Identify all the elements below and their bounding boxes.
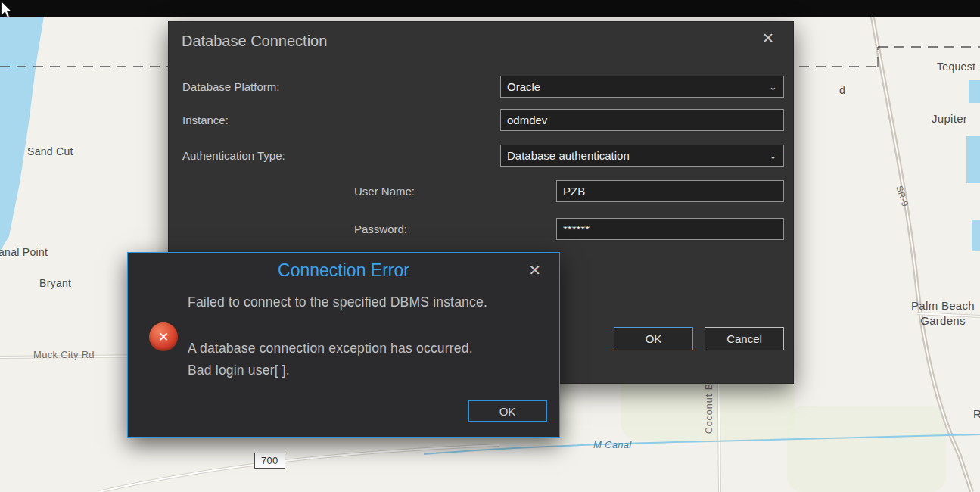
route-shield-700: 700	[254, 453, 285, 469]
close-icon[interactable]: ✕	[762, 31, 774, 45]
window-titlebar	[0, 0, 980, 17]
map-label-canal-point: anal Point	[0, 246, 48, 258]
dialog-title: Database Connection	[182, 33, 327, 50]
close-icon[interactable]: ✕	[528, 263, 541, 278]
map-label-d-fragment: d	[839, 84, 845, 96]
map-label-palm-beach-gardens: Palm Beach Gardens	[908, 298, 978, 329]
map-label-sand-cut: Sand Cut	[27, 145, 73, 157]
mouse-cursor-icon	[1, 1, 13, 22]
connection-error-dialog: Connection Error ✕ Failed to connect to …	[127, 252, 560, 438]
password-input[interactable]	[556, 218, 784, 240]
error-dialog-title: Connection Error	[128, 260, 559, 281]
map-label-r-fragment: R	[973, 407, 980, 420]
error-message-detail-2: Bad login user[ ].	[188, 363, 290, 378]
application-window: Sand Cut anal Point Bryant Muck City Rd …	[0, 0, 980, 492]
map-label-m-canal: M Canal	[593, 439, 632, 450]
map-label-bryant: Bryant	[39, 277, 71, 289]
error-ok-button[interactable]: OK	[468, 400, 547, 422]
error-message-detail: A database connection exception has occu…	[188, 341, 473, 357]
cancel-button[interactable]: Cancel	[705, 327, 784, 350]
database-platform-select[interactable]: Oracle ⌄	[500, 76, 784, 98]
user-name-input[interactable]	[556, 180, 784, 202]
database-platform-value: Oracle	[507, 80, 540, 93]
map-label-muck-city-rd: Muck City Rd	[33, 349, 95, 360]
authentication-type-label: Authentication Type:	[182, 145, 285, 167]
instance-label: Instance:	[182, 109, 229, 131]
authentication-type-value: Database authentication	[507, 149, 630, 162]
ok-button[interactable]: OK	[614, 327, 693, 350]
chevron-down-icon: ⌄	[769, 151, 777, 160]
authentication-type-select[interactable]: Database authentication ⌄	[500, 145, 784, 167]
error-icon: ✕	[149, 322, 178, 351]
error-message-primary: Failed to connect to the specified DBMS …	[188, 294, 487, 310]
user-name-label: User Name:	[354, 180, 415, 202]
instance-input[interactable]	[500, 109, 784, 131]
map-label-jupiter: Jupiter	[932, 112, 967, 125]
database-platform-label: Database Platform:	[182, 76, 279, 98]
chevron-down-icon: ⌄	[769, 82, 777, 92]
map-label-tequesta: Tequest	[937, 61, 975, 73]
password-label: Password:	[354, 218, 407, 240]
